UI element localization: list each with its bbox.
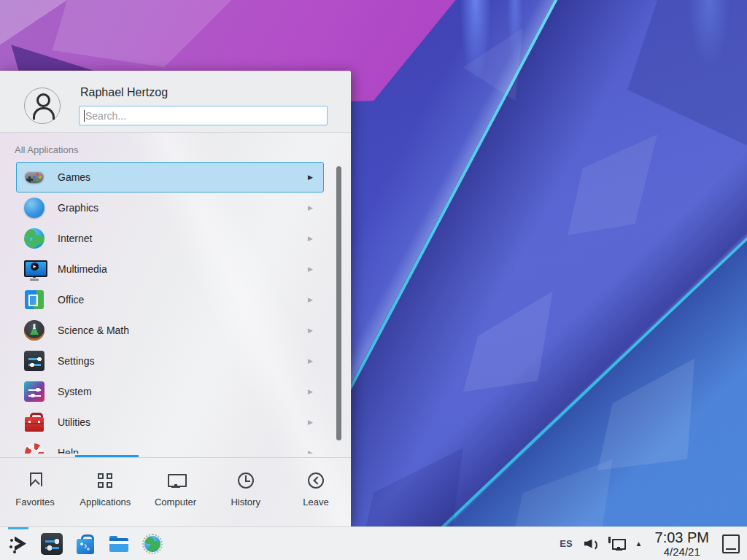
- expand-tray-icon[interactable]: ▲: [635, 540, 643, 548]
- utilities-icon: [23, 411, 46, 434]
- application-launcher-popup: Raphael Hertzog All Applications Games ▶…: [0, 71, 351, 526]
- category-row[interactable]: Games ▶: [16, 162, 324, 192]
- launcher-tab[interactable]: Favorites: [0, 458, 70, 508]
- category-label: Help: [58, 447, 308, 454]
- category-label: Office: [58, 294, 308, 306]
- launcher-tab[interactable]: History: [211, 458, 281, 508]
- category-row[interactable]: Office ▶: [16, 284, 324, 315]
- launcher-header: Raphael Hertzog: [0, 71, 351, 133]
- category-row[interactable]: Utilities ▶: [16, 407, 324, 438]
- system-settings-icon: [40, 532, 63, 556]
- show-desktop-button[interactable]: [722, 534, 740, 553]
- category-row[interactable]: Multimedia ▶: [16, 254, 324, 284]
- office-icon: [23, 288, 46, 311]
- taskbar-app[interactable]: [102, 527, 136, 560]
- network-icon[interactable]: [607, 536, 626, 552]
- tab-label: Leave: [281, 497, 351, 508]
- launcher-tab[interactable]: Applications: [70, 458, 140, 508]
- category-label: System: [58, 386, 308, 397]
- favorites-icon: [26, 471, 44, 490]
- clock-time: 7:03 PM: [655, 530, 709, 545]
- launcher-tab[interactable]: Computer: [140, 458, 210, 508]
- taskbar-app[interactable]: [69, 527, 102, 560]
- user-avatar-icon[interactable]: [24, 88, 61, 124]
- category-list: Games ▶ Graphics ▶ Internet ▶ Mu: [0, 162, 351, 454]
- submenu-arrow-icon: ▶: [308, 357, 313, 365]
- taskbar-app-icons: [1, 527, 169, 560]
- tab-label: Applications: [70, 497, 140, 508]
- kickoff-launcher-icon: [7, 532, 30, 556]
- taskbar-app[interactable]: [136, 527, 169, 560]
- category-row[interactable]: Settings ▶: [16, 346, 324, 376]
- launcher-tab-bar: Favorites Applications Computer History: [0, 458, 351, 526]
- discover-icon: [74, 532, 97, 556]
- category-row[interactable]: Science & Math ▶: [16, 315, 324, 346]
- category-label: Settings: [58, 355, 308, 367]
- settings-icon: [23, 349, 46, 373]
- category-label: Science & Math: [58, 324, 308, 336]
- multimedia-icon: [23, 257, 46, 281]
- search-box: [79, 106, 328, 125]
- keyboard-layout-indicator[interactable]: ES: [553, 538, 578, 549]
- digital-clock[interactable]: 7:03 PM 4/24/21: [655, 530, 709, 557]
- category-label: Games: [58, 171, 308, 183]
- category-label: Internet: [58, 233, 308, 244]
- submenu-arrow-icon: ▶: [308, 265, 313, 273]
- applications-icon: [96, 471, 115, 490]
- category-row[interactable]: Internet ▶: [16, 223, 324, 254]
- search-input[interactable]: [80, 106, 327, 125]
- category-label: Multimedia: [58, 263, 308, 275]
- taskbar-app[interactable]: [35, 527, 69, 560]
- launcher-tab[interactable]: Leave: [281, 458, 351, 508]
- graphics-icon: [23, 196, 46, 219]
- volume-icon[interactable]: [583, 536, 599, 552]
- file-manager-icon: [107, 532, 131, 556]
- scrollbar[interactable]: [336, 166, 341, 440]
- taskbar-app[interactable]: [1, 527, 35, 560]
- gamepad-icon: [23, 166, 46, 189]
- submenu-arrow-icon: ▶: [308, 388, 313, 395]
- submenu-arrow-icon: ▶: [308, 327, 313, 334]
- section-label: All Applications: [15, 144, 78, 155]
- submenu-arrow-icon: ▶: [308, 174, 313, 181]
- system-tray: ES ▲ 7:03 PM 4/24/21: [553, 527, 743, 560]
- category-row[interactable]: Help ▶: [16, 438, 324, 454]
- leave-icon: [306, 471, 325, 490]
- submenu-arrow-icon: ▶: [308, 419, 313, 426]
- history-icon: [236, 471, 255, 490]
- taskbar: ES ▲ 7:03 PM 4/24/21: [0, 526, 747, 560]
- desktop: Raphael Hertzog All Applications Games ▶…: [0, 0, 747, 560]
- submenu-arrow-icon: ▶: [308, 235, 313, 242]
- submenu-arrow-icon: ▶: [308, 449, 313, 454]
- tab-label: History: [211, 497, 281, 508]
- category-label: Graphics: [58, 202, 308, 214]
- submenu-arrow-icon: ▶: [308, 204, 313, 211]
- user-name: Raphael Hertzog: [80, 86, 168, 99]
- tab-label: Computer: [140, 497, 210, 508]
- help-icon: [23, 441, 46, 454]
- computer-icon: [166, 471, 185, 490]
- tab-label: Favorites: [0, 497, 70, 508]
- clock-date: 4/24/21: [655, 546, 709, 557]
- globe-icon: [23, 227, 46, 250]
- category-row[interactable]: Graphics ▶: [16, 192, 324, 223]
- submenu-arrow-icon: ▶: [308, 296, 313, 303]
- science-icon: [23, 319, 46, 342]
- category-label: Utilities: [58, 416, 308, 428]
- system-icon: [23, 380, 46, 403]
- category-row[interactable]: System ▶: [16, 376, 324, 407]
- web-browser-icon: [141, 532, 164, 556]
